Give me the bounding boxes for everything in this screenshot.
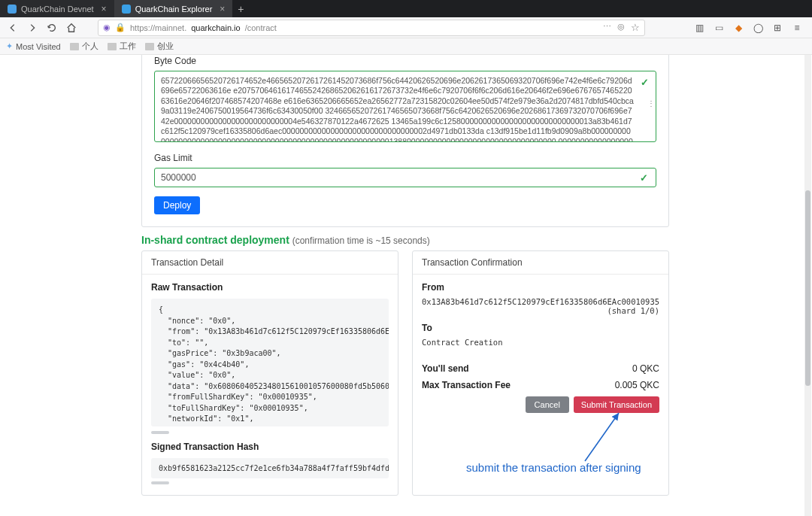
url-prefix: https://mainnet.: [130, 23, 186, 32]
annotation-arrow-icon: [577, 408, 630, 464]
extension-icon[interactable]: ⊞: [771, 22, 783, 34]
url-bar[interactable]: ◉ 🔒 https://mainnet.quarkchain.io/contra…: [98, 20, 645, 36]
folder-icon: [145, 43, 154, 50]
signed-hash-box[interactable]: 0xb9f6581623a2125cc7f2e1ce6fb34a788a4f7f…: [151, 458, 389, 478]
tab-label: QuarkChain Explorer: [135, 5, 213, 14]
max-fee-label: Max Transaction Fee: [422, 380, 511, 390]
gaslimit-label: Gas Limit: [154, 153, 656, 163]
page-actions-icon[interactable]: ⋯: [603, 22, 611, 33]
transaction-confirmation-panel: Transaction Confirmation From 0x13A83b46…: [412, 250, 669, 496]
bytecode-label: Byte Code: [154, 56, 656, 66]
close-icon[interactable]: ×: [220, 4, 225, 14]
bookmark-most-visited[interactable]: ✦ Most Visited: [6, 41, 61, 51]
url-host: quarkchain.io: [191, 23, 240, 32]
signed-hash-label: Signed Transaction Hash: [151, 442, 389, 452]
tab-bar: QuarkChain Devnet × QuarkChain Explorer …: [0, 0, 812, 17]
transaction-detail-panel: Transaction Detail Raw Transaction { "no…: [141, 250, 398, 496]
annotation-text: submit the transaction after signing: [466, 461, 641, 474]
bytecode-input[interactable]: 65722066656520726174652e4665652072617261…: [154, 71, 656, 142]
from-shard: (shard 1/0): [422, 306, 659, 315]
from-label: From: [422, 282, 659, 293]
to-label: To: [422, 323, 659, 333]
signed-hash-value: 0xb9f6581623a2125cc7f2e1ce6fb34a788a4f7f…: [159, 464, 389, 472]
scrollbar-thumb[interactable]: [805, 190, 810, 386]
close-icon[interactable]: ×: [102, 4, 107, 14]
lock-icon: 🔒: [115, 23, 126, 32]
youll-send-label: You'll send: [422, 363, 469, 374]
check-icon: ✓: [640, 172, 648, 184]
bookmark-label: 个人: [82, 41, 98, 52]
bookmarks-bar: ✦ Most Visited 个人 工作 创业: [0, 38, 812, 55]
bookmark-label: Most Visited: [16, 42, 61, 51]
panel-title: Transaction Confirmation: [413, 251, 668, 275]
bookmark-folder-2[interactable]: 工作: [108, 41, 136, 52]
scroll-thumb[interactable]: [151, 431, 169, 434]
youll-send-value: 0 QKC: [632, 363, 659, 374]
svg-line-0: [585, 413, 619, 461]
forward-button[interactable]: [24, 20, 41, 36]
bookmark-label: 创业: [157, 41, 174, 52]
url-path: /contract: [245, 23, 277, 32]
section-subtitle: (confirmation time is ~15 seconds): [292, 235, 430, 246]
account-icon[interactable]: ◯: [752, 22, 764, 34]
shield-icon: ◉: [103, 23, 111, 32]
library-icon[interactable]: ▥: [693, 22, 705, 34]
bookmark-star-icon[interactable]: ☆: [631, 22, 640, 33]
menu-icon[interactable]: ≡: [791, 22, 803, 34]
sidebar-icon[interactable]: ▭: [713, 22, 725, 34]
raw-json-text: { "nonce": "0x0", "from": "0x13A83b461d7…: [159, 305, 389, 426]
metamask-icon[interactable]: ◆: [732, 22, 744, 34]
nav-toolbar: ◉ 🔒 https://mainnet.quarkchain.io/contra…: [0, 17, 812, 38]
page-scrollbar[interactable]: [804, 55, 811, 516]
folder-icon: [70, 43, 79, 50]
bytecode-value: 65722066656520726174652e4665652072617261…: [161, 76, 634, 142]
new-tab-button[interactable]: +: [232, 0, 249, 17]
gaslimit-input[interactable]: 5000000 ✓: [154, 168, 656, 187]
raw-transaction-json[interactable]: { "nonce": "0x0", "from": "0x13A83b461d7…: [151, 299, 389, 426]
deploy-button[interactable]: Deploy: [154, 196, 200, 214]
from-address: 0x13A83b461d7c612f5C120979cEf16335806d6E…: [422, 297, 659, 306]
back-button[interactable]: [5, 20, 21, 36]
tab-label: QuarkChain Devnet: [21, 5, 94, 14]
reload-button[interactable]: [44, 20, 60, 36]
home-button[interactable]: [63, 20, 80, 36]
tab-explorer[interactable]: QuarkChain Explorer ×: [114, 0, 233, 17]
bookmark-folder-1[interactable]: 个人: [70, 41, 98, 52]
page-viewport: Byte Code 65722066656520726174652e466565…: [0, 55, 812, 516]
deploy-card: Byte Code 65722066656520726174652e466565…: [141, 55, 669, 227]
cancel-button[interactable]: Cancel: [526, 396, 569, 413]
max-fee-value: 0.005 QKC: [615, 380, 659, 390]
resize-handle-icon[interactable]: ⋮: [647, 99, 655, 108]
toolbar-right: ▥ ▭ ◆ ◯ ⊞ ≡: [693, 22, 807, 34]
section-title: In-shard contract deployment: [141, 234, 289, 246]
favicon-devnet: [8, 5, 17, 14]
check-icon: ✓: [641, 77, 649, 88]
reader-icon[interactable]: ◎: [617, 22, 625, 33]
folder-icon: [108, 43, 117, 50]
raw-transaction-label: Raw Transaction: [151, 282, 389, 293]
scroll-thumb[interactable]: [151, 481, 169, 484]
favicon-explorer: [122, 5, 131, 14]
gaslimit-value: 5000000: [161, 172, 196, 183]
bookmark-folder-3[interactable]: 创业: [145, 41, 174, 52]
bookmark-label: 工作: [120, 41, 136, 52]
section-heading: In-shard contract deployment (confirmati…: [141, 234, 430, 246]
most-visited-icon: ✦: [6, 41, 13, 51]
panel-title: Transaction Detail: [142, 251, 398, 275]
to-value: Contract Creation: [422, 338, 659, 347]
tab-devnet[interactable]: QuarkChain Devnet ×: [0, 0, 114, 17]
